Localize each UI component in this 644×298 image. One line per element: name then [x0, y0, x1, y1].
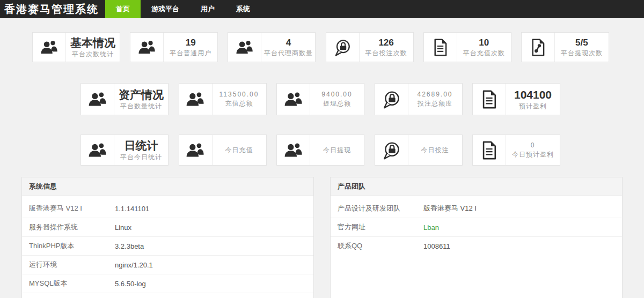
- panel-title: 系统信息: [22, 177, 313, 196]
- nav-item-system[interactable]: 系统: [225, 0, 261, 18]
- file-text-icon: [473, 135, 506, 165]
- system-info-panel: 系统信息 版香港赛马 V12 I 1.1.141101 服务器操作系统 Linu…: [21, 177, 314, 298]
- users-icon: [179, 135, 213, 165]
- stat-subtitle: 今日提现: [323, 146, 351, 154]
- stat-subtitle: 平台数量统计: [120, 102, 162, 110]
- file-text-icon: [424, 33, 457, 62]
- stat-subtitle: 充值总额: [225, 100, 253, 107]
- info-value: 3.2.3beta: [115, 242, 144, 250]
- info-label: 官方网址: [338, 222, 423, 232]
- info-row: 服务器操作系统 Linux: [22, 218, 313, 236]
- stat-subtitle: 提现总额: [323, 100, 351, 107]
- info-panels: 系统信息 版香港赛马 V12 I 1.1.141101 服务器操作系统 Linu…: [21, 177, 623, 298]
- stat-subtitle: 今日充值: [225, 146, 253, 154]
- stat-title: 日统计: [125, 139, 158, 152]
- stat-card-withdraw-count: 5/5 平台提现次数: [521, 32, 609, 62]
- stat-card-normal-users: 19 平台普通用户: [130, 32, 218, 62]
- stat-card-recharge-total: 113500.00 充值总额: [179, 83, 267, 115]
- stat-value: 4: [286, 38, 291, 48]
- stat-value: 0: [531, 142, 536, 150]
- info-label: 运行环境: [29, 260, 115, 270]
- users-icon: [33, 33, 66, 62]
- nav-item-game-platform[interactable]: 游戏平台: [141, 0, 190, 18]
- info-value: nginx/1.20.1: [115, 261, 153, 269]
- stat-subtitle: 今日预计盈利: [512, 151, 554, 158]
- chat-lock-icon: [326, 33, 360, 62]
- info-label: MYSQL版本: [29, 279, 115, 288]
- users-icon: [179, 84, 213, 115]
- stat-card-today-profit: 0 今日预计盈利: [472, 135, 560, 166]
- users-icon: [81, 135, 114, 165]
- info-label: 产品设计及研发团队: [338, 204, 423, 213]
- stat-value: 42689.00: [417, 91, 452, 99]
- stat-card-bet-total: 42689.00 投注总额度: [375, 83, 463, 115]
- info-row: MYSQL版本 5.6.50-log: [22, 274, 313, 293]
- nav-item-home[interactable]: 首页: [105, 0, 141, 18]
- info-label: 服务器操作系统: [29, 222, 115, 232]
- info-row: 上传限制 50M: [22, 293, 313, 298]
- stat-value: 5/5: [575, 38, 588, 48]
- info-value: Linux: [115, 224, 131, 232]
- info-row: ThinkPHP版本 3.2.3beta: [22, 236, 313, 255]
- stat-value: 113500.00: [219, 91, 259, 99]
- stat-card-today-withdraw: 今日提现: [276, 135, 364, 166]
- stats-row-basic: 基本情况 平台次数统计 19 平台普通用户 4 平台代理商数量 126 平台投注…: [32, 32, 609, 62]
- chat-lock-icon: [375, 135, 408, 165]
- info-value: 1008611: [423, 242, 450, 250]
- info-row: 产品设计及研发团队 版香港赛马 V12 I: [331, 199, 622, 218]
- stat-value: 19: [186, 38, 196, 48]
- info-row: 运行环境 nginx/1.20.1: [22, 255, 313, 274]
- stat-card-withdraw-total: 9400.00 提现总额: [276, 83, 364, 115]
- users-icon: [277, 135, 310, 165]
- stat-card-today-overview: 日统计 平台今日统计: [80, 135, 169, 166]
- stat-card-assets-overview: 资产情况 平台数量统计: [80, 83, 169, 115]
- stats-row-assets: 资产情况 平台数量统计 113500.00 充值总额 9400.00 提现总额 …: [80, 83, 560, 115]
- stat-title: 资产情况: [119, 88, 164, 101]
- app-title: 香港赛马管理系统: [0, 0, 105, 18]
- stat-subtitle: 平台普通用户: [170, 49, 211, 57]
- info-value: 版香港赛马 V12 I: [423, 204, 477, 213]
- stat-value: 104100: [514, 88, 552, 101]
- info-row: 版香港赛马 V12 I 1.1.141101: [22, 199, 313, 218]
- users-icon: [277, 84, 310, 115]
- stat-card-recharge-count: 10 平台充值次数: [423, 32, 511, 62]
- stat-card-basic-overview: 基本情况 平台次数统计: [32, 32, 120, 62]
- info-value: 1.1.141101: [115, 205, 149, 213]
- stat-subtitle: 平台次数统计: [72, 50, 114, 58]
- stat-card-agents: 4 平台代理商数量: [228, 32, 316, 62]
- stat-value: 9400.00: [321, 91, 352, 99]
- users-icon: [130, 33, 164, 62]
- official-site-link[interactable]: Lban: [423, 224, 439, 232]
- info-row: 官方网址 Lban: [331, 218, 622, 236]
- stat-subtitle: 平台代理商数量: [264, 49, 313, 57]
- product-team-panel: 产品团队 产品设计及研发团队 版香港赛马 V12 I 官方网址 Lban 联系Q…: [330, 177, 623, 298]
- stat-card-today-recharge: 今日充值: [179, 135, 267, 166]
- top-navbar: 香港赛马管理系统 首页 游戏平台 用户 系统: [0, 0, 644, 18]
- nav-item-users[interactable]: 用户: [190, 0, 225, 18]
- stat-value: 126: [378, 38, 393, 48]
- stat-subtitle: 投注总额度: [418, 100, 452, 107]
- info-value: 5.6.50-log: [115, 280, 146, 288]
- stat-subtitle: 平台提现次数: [561, 49, 603, 57]
- stat-subtitle: 平台今日统计: [120, 153, 162, 161]
- stat-subtitle: 平台充值次数: [463, 49, 505, 57]
- stat-value: 10: [479, 38, 489, 48]
- info-label: ThinkPHP版本: [29, 241, 115, 251]
- stat-card-bet-count: 126 平台投注次数: [326, 32, 414, 62]
- file-text-icon: [473, 84, 506, 115]
- info-row: 联系QQ 1008611: [331, 236, 622, 255]
- users-icon: [81, 84, 114, 115]
- chat-lock-icon: [375, 84, 408, 115]
- stat-card-expected-profit: 104100 预计盈利: [472, 83, 560, 115]
- stat-title: 基本情况: [70, 36, 115, 49]
- panel-title: 产品团队: [331, 177, 622, 196]
- users-icon: [228, 33, 261, 62]
- file-share-icon: [522, 33, 555, 62]
- info-label: 联系QQ: [338, 241, 423, 251]
- stats-row-today: 日统计 平台今日统计 今日充值 今日提现 今日投注 0 今日预计盈利: [80, 135, 560, 166]
- stat-card-today-bet: 今日投注: [375, 135, 463, 166]
- stat-subtitle: 平台投注次数: [365, 49, 407, 57]
- stat-subtitle: 今日投注: [421, 146, 449, 154]
- info-label: 版香港赛马 V12 I: [29, 204, 115, 213]
- stat-subtitle: 预计盈利: [519, 102, 547, 110]
